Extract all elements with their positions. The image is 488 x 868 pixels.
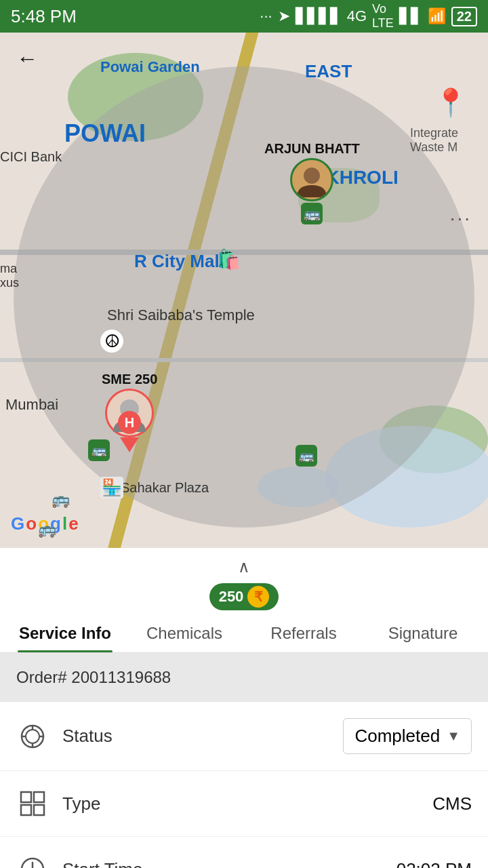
coin-icon: ₹	[247, 586, 269, 608]
tab-service-info[interactable]: Service Info	[5, 613, 125, 652]
h-marker: H	[118, 411, 141, 434]
back-button[interactable]: ←	[11, 42, 43, 75]
chevron-up-bar[interactable]: ∧	[0, 548, 488, 583]
bus-icon-right: 🚌	[296, 445, 317, 467]
status-icon	[16, 720, 49, 753]
status-label: Status	[62, 726, 343, 747]
tab-chemicals[interactable]: Chemicals	[125, 613, 244, 652]
sme-label: SME 250	[102, 372, 157, 387]
start-time-value: 02:02 PM	[396, 859, 472, 869]
volte-icon: VoLTE	[372, 2, 394, 31]
chevron-up-icon: ∧	[238, 557, 250, 576]
wifi-icon: 📶	[428, 7, 446, 25]
network-type: 4G	[347, 7, 367, 25]
status-dropdown[interactable]: Completed ▼	[343, 718, 472, 754]
content-area: Order# 20011319688 Status Completed ▼	[0, 653, 488, 868]
type-icon	[16, 787, 49, 820]
svg-rect-9	[21, 792, 31, 802]
svg-rect-11	[21, 805, 31, 815]
signal-dots: ···	[260, 7, 272, 25]
arrow-icon: ➤	[278, 7, 290, 25]
svg-rect-10	[34, 792, 44, 802]
g-green: l	[62, 513, 67, 534]
g-red: o	[26, 513, 37, 534]
map-coverage-overlay	[14, 66, 474, 528]
status-bar-right: ··· ➤ ▋▋▋▋ 4G VoLTE ▋▋ 📶 22	[260, 2, 477, 31]
g-blue: G	[11, 513, 24, 534]
status-bar-left: 5:48 PM	[11, 6, 77, 27]
icici-label: CICI Bank	[0, 149, 62, 165]
coin-badge-container: 250 ₹	[0, 583, 488, 610]
battery-indicator: 22	[451, 7, 477, 26]
tab-service-info-label: Service Info	[19, 624, 111, 642]
map-area[interactable]: Powai Garden EAST POWAI CICI Bank VIKHRO…	[0, 33, 488, 548]
tab-referrals-label: Referrals	[270, 624, 336, 642]
coin-badge: 250 ₹	[209, 583, 279, 610]
bus-icon-bottom: 🚌	[88, 439, 110, 461]
start-time-icon	[16, 853, 49, 868]
svg-point-4	[26, 730, 39, 743]
map-background: Powai Garden EAST POWAI CICI Bank VIKHRO…	[0, 33, 488, 548]
signal-bars: ▋▋▋▋	[296, 7, 342, 25]
sme-pin-pointer	[120, 437, 139, 452]
start-time-row: Start Time 02:02 PM	[0, 837, 488, 868]
coin-amount: 250	[219, 588, 244, 606]
tab-chemicals-label: Chemicals	[146, 624, 222, 642]
arjun-avatar	[290, 158, 333, 201]
location-pin-top: 📍	[434, 87, 468, 119]
svg-rect-12	[34, 805, 44, 815]
status-row: Status Completed ▼	[0, 702, 488, 771]
mall-icon: 🛍️	[217, 248, 241, 271]
bus-google-1: 🚌	[52, 491, 70, 509]
arjun-bus-icon: 🚌	[301, 203, 323, 224]
dropdown-arrow-icon: ▼	[447, 728, 460, 744]
start-time-label: Start Time	[62, 859, 396, 869]
bus-google-2: 🚌	[38, 521, 56, 538]
arjun-label: ARJUN BHATT	[264, 141, 360, 157]
tab-signature-label: Signature	[388, 624, 458, 642]
type-label: Type	[62, 793, 432, 814]
svg-point-0	[304, 167, 320, 184]
arjun-bhatt-pin: ARJUN BHATT 🚌	[264, 141, 360, 224]
map-options-dots[interactable]: ···	[450, 208, 472, 229]
order-header: Order# 20011319688	[0, 653, 488, 702]
type-value: CMS	[432, 793, 472, 814]
tab-referrals[interactable]: Referrals	[244, 613, 363, 652]
order-number: Order# 20011319688	[16, 668, 171, 686]
temple-icon: ☮	[100, 330, 123, 353]
status-bar: 5:48 PM ··· ➤ ▋▋▋▋ 4G VoLTE ▋▋ 📶 22	[0, 0, 488, 33]
time-display: 5:48 PM	[11, 6, 77, 27]
status-value: Completed	[354, 726, 440, 747]
type-row: Type CMS	[0, 771, 488, 837]
tab-signature[interactable]: Signature	[363, 613, 483, 652]
tabs-container: Service Info Chemicals Referrals Signatu…	[0, 613, 488, 653]
sahakar-icon: 🏪	[100, 477, 123, 498]
g-red2: e	[68, 513, 78, 534]
location-pin-icon: 📍	[434, 87, 468, 119]
back-arrow-icon: ←	[16, 46, 38, 71]
signal-bars-2: ▋▋	[399, 7, 422, 25]
